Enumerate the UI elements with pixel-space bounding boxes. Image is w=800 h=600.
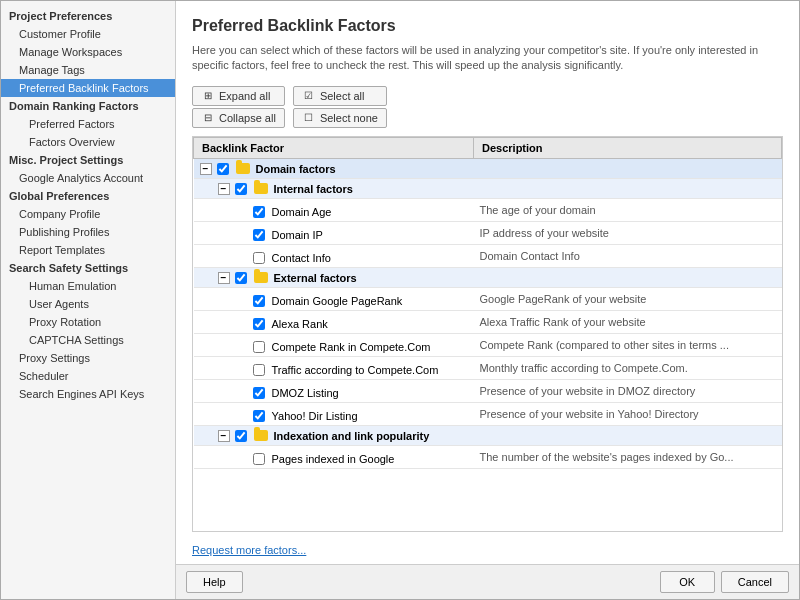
description-cell: Presence of your website in Yahoo! Direc… [474, 402, 782, 425]
category-checkbox[interactable] [235, 183, 247, 195]
table-row: −Indexation and link popularity [194, 425, 782, 445]
item-label: Compete Rank in Compete.Com [272, 341, 431, 353]
item-checkbox[interactable] [253, 387, 265, 399]
sidebar-item-proxy-settings[interactable]: Proxy Settings [1, 349, 175, 367]
select-none-label: Select none [320, 112, 378, 124]
sidebar-item-customer-profile[interactable]: Customer Profile [1, 25, 175, 43]
item-checkbox[interactable] [253, 229, 265, 241]
sidebar-item-manage-tags[interactable]: Manage Tags [1, 61, 175, 79]
table-row: −Internal factors [194, 178, 782, 198]
description-cell [474, 267, 782, 287]
sidebar-item-manage-workspaces[interactable]: Manage Workspaces [1, 43, 175, 61]
cancel-button[interactable]: Cancel [721, 571, 789, 593]
sidebar-item-company-profile[interactable]: Company Profile [1, 205, 175, 223]
collapse-all-label: Collapse all [219, 112, 276, 124]
table-row: −External factors [194, 267, 782, 287]
folder-icon [236, 163, 250, 174]
collapse-all-button[interactable]: ⊟ Collapse all [192, 108, 285, 128]
category-checkbox[interactable] [235, 430, 247, 442]
description-cell [474, 425, 782, 445]
tree-table: Backlink Factor Description −Domain fact… [193, 137, 782, 469]
sidebar-item-preferred-factors[interactable]: Preferred Factors [1, 115, 175, 133]
item-checkbox[interactable] [253, 295, 265, 307]
table-row: Yahoo! Dir ListingPresence of your websi… [194, 402, 782, 425]
select-none-icon: ☐ [302, 111, 316, 125]
expand-all-icon: ⊞ [201, 89, 215, 103]
table-row: Pages indexed in GoogleThe number of the… [194, 445, 782, 468]
table-row: Domain AgeThe age of your domain [194, 198, 782, 221]
description-cell: The age of your domain [474, 198, 782, 221]
item-label: Domain IP [272, 229, 323, 241]
sidebar-section-domain-ranking: Domain Ranking Factors [1, 97, 175, 115]
select-all-icon: ☑ [302, 89, 316, 103]
item-checkbox[interactable] [253, 453, 265, 465]
help-button[interactable]: Help [186, 571, 243, 593]
item-checkbox[interactable] [253, 341, 265, 353]
description-cell [474, 178, 782, 198]
category-label: Internal factors [274, 183, 353, 195]
page-description: Here you can select which of these facto… [192, 43, 783, 74]
bottom-buttons: OK Cancel [660, 571, 789, 593]
sidebar-item-human-emulation[interactable]: Human Emulation [1, 277, 175, 295]
item-checkbox[interactable] [253, 410, 265, 422]
select-all-button[interactable]: ☑ Select all [293, 86, 387, 106]
item-label: Contact Info [272, 252, 331, 264]
sidebar-section-project-preferences: Project Preferences [1, 7, 175, 25]
sidebar-item-captcha-settings[interactable]: CAPTCHA Settings [1, 331, 175, 349]
table-row: Compete Rank in Compete.ComCompete Rank … [194, 333, 782, 356]
item-label: Alexa Rank [272, 318, 328, 330]
collapse-icon[interactable]: − [218, 272, 230, 284]
item-checkbox[interactable] [253, 364, 265, 376]
sidebar-item-preferred-backlink-factors[interactable]: Preferred Backlink Factors [1, 79, 175, 97]
sidebar-item-proxy-rotation[interactable]: Proxy Rotation [1, 313, 175, 331]
description-cell: Compete Rank (compared to other sites in… [474, 333, 782, 356]
item-checkbox[interactable] [253, 206, 265, 218]
table-row: DMOZ ListingPresence of your website in … [194, 379, 782, 402]
sidebar-item-google-analytics[interactable]: Google Analytics Account [1, 169, 175, 187]
footer: Help OK Cancel [176, 564, 799, 599]
item-checkbox[interactable] [253, 252, 265, 264]
folder-icon [254, 272, 268, 283]
category-checkbox[interactable] [235, 272, 247, 284]
category-label: Domain factors [256, 163, 336, 175]
description-cell: The number of the website's pages indexe… [474, 445, 782, 468]
sidebar-section-misc: Misc. Project Settings [1, 151, 175, 169]
collapse-all-icon: ⊟ [201, 111, 215, 125]
toolbar: ⊞ Expand all ⊟ Collapse all ☑ Select all… [192, 86, 783, 128]
item-checkbox[interactable] [253, 318, 265, 330]
sidebar-item-user-agents[interactable]: User Agents [1, 295, 175, 313]
description-cell: Monthly traffic according to Compete.Com… [474, 356, 782, 379]
description-cell: IP address of your website [474, 221, 782, 244]
collapse-icon[interactable]: − [218, 430, 230, 442]
ok-button[interactable]: OK [660, 571, 715, 593]
col-description: Description [474, 137, 782, 158]
sidebar-item-publishing-profiles[interactable]: Publishing Profiles [1, 223, 175, 241]
request-more-factors-link[interactable]: Request more factors... [192, 544, 783, 556]
folder-icon [254, 430, 268, 441]
item-label: Pages indexed in Google [272, 453, 395, 465]
category-label: External factors [274, 272, 357, 284]
item-label: Domain Google PageRank [272, 295, 403, 307]
folder-icon [254, 183, 268, 194]
table-row: Contact InfoDomain Contact Info [194, 244, 782, 267]
item-label: DMOZ Listing [272, 387, 339, 399]
item-label: Domain Age [272, 206, 332, 218]
description-cell [474, 158, 782, 178]
toolbar-group-expand: ⊞ Expand all ⊟ Collapse all [192, 86, 285, 128]
item-label: Traffic according to Compete.Com [272, 364, 439, 376]
sidebar-item-search-engines-api-keys[interactable]: Search Engines API Keys [1, 385, 175, 403]
sidebar-item-factors-overview[interactable]: Factors Overview [1, 133, 175, 151]
table-row: Domain IPIP address of your website [194, 221, 782, 244]
page-title: Preferred Backlink Factors [192, 17, 783, 35]
collapse-icon[interactable]: − [200, 163, 212, 175]
table-row: Domain Google PageRankGoogle PageRank of… [194, 287, 782, 310]
sidebar-item-scheduler[interactable]: Scheduler [1, 367, 175, 385]
expand-all-button[interactable]: ⊞ Expand all [192, 86, 285, 106]
select-none-button[interactable]: ☐ Select none [293, 108, 387, 128]
select-all-label: Select all [320, 90, 365, 102]
collapse-icon[interactable]: − [218, 183, 230, 195]
category-checkbox[interactable] [217, 163, 229, 175]
expand-all-label: Expand all [219, 90, 270, 102]
tree-table-wrapper: Backlink Factor Description −Domain fact… [192, 136, 783, 532]
sidebar-item-report-templates[interactable]: Report Templates [1, 241, 175, 259]
